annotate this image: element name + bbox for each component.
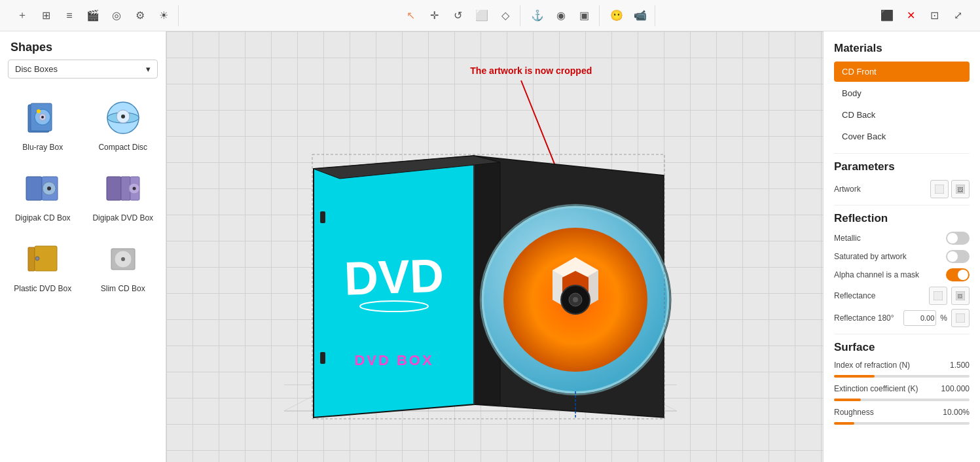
alpha-toggle[interactable] <box>946 268 970 281</box>
slim-cd-icon <box>102 238 144 280</box>
refraction-slider[interactable] <box>834 375 970 378</box>
svg-rect-52 <box>934 291 943 300</box>
light-button[interactable]: ☀ <box>153 5 174 26</box>
svg-rect-19 <box>28 247 35 271</box>
digipak-dvd-icon <box>102 168 144 209</box>
shapes-sidebar: Shapes Disc Boxes ▾ Blu-ray Box <box>0 31 166 462</box>
rotate-tool[interactable]: ↺ <box>448 5 469 26</box>
refraction-row: Index of refraction (N) 1.500 <box>834 361 970 370</box>
svg-rect-14 <box>107 177 121 200</box>
dropdown-label: Disc Boxes <box>15 64 58 74</box>
reflectance-color-box[interactable] <box>929 287 947 305</box>
sidebar-title: Shapes <box>0 31 166 60</box>
alpha-row: Alpha channel is a mask <box>834 268 970 281</box>
svg-point-41 <box>573 297 578 302</box>
shape-digipak-dvd[interactable]: Digipak DVD Box <box>83 160 164 230</box>
svg-rect-55 <box>956 313 965 323</box>
video-tool[interactable]: 📹 <box>630 5 651 26</box>
svg-rect-44 <box>320 211 325 223</box>
grid-button[interactable]: ⊞ <box>35 5 56 26</box>
divider-1 <box>834 153 970 154</box>
dvd-scene: DVD DVD BOX <box>219 84 710 424</box>
svg-text:🖼: 🖼 <box>957 294 962 300</box>
materials-title: Materials <box>834 42 970 55</box>
reflection-title: Reflection <box>834 212 970 225</box>
shape-plastic-dvd[interactable]: Plastic DVD Box <box>3 230 83 301</box>
shape-bluray[interactable]: Blu-ray Box <box>3 89 83 160</box>
artwork-image-box[interactable]: 🖼 <box>951 180 970 198</box>
divider-3 <box>834 334 970 334</box>
scale-tool[interactable]: ⬜ <box>471 5 492 26</box>
shape-slim-cd[interactable]: Slim CD Box <box>83 230 164 301</box>
saturated-toggle[interactable] <box>946 250 970 263</box>
reflectance-image-box[interactable]: 🖼 <box>951 287 970 305</box>
target-button[interactable]: ◎ <box>106 5 127 26</box>
canvas-area[interactable]: The artwork is now cropped <box>166 31 823 462</box>
metallic-row: Metallic <box>834 232 970 245</box>
window-button[interactable]: ⊡ <box>924 5 945 26</box>
compact-icon <box>102 97 144 139</box>
menu-button[interactable]: ≡ <box>59 5 80 26</box>
shape-digipak-cd[interactable]: Digipak CD Box <box>3 160 83 230</box>
roughness-value: 10.00% <box>943 408 970 417</box>
reflectance180-input[interactable] <box>903 310 936 326</box>
material-cover-back[interactable]: Cover Back <box>834 126 970 147</box>
shape-grid: Blu-ray Box Compact Disc <box>0 86 166 304</box>
svg-point-9 <box>121 115 125 118</box>
svg-point-18 <box>132 187 136 190</box>
roughness-row: Roughness 10.00% <box>834 408 970 417</box>
reflectance180-box[interactable] <box>951 309 970 327</box>
shape-compact[interactable]: Compact Disc <box>83 89 164 160</box>
box3d-button[interactable]: ⬛ <box>877 5 898 26</box>
reflectance-label: Reflectance <box>834 291 925 300</box>
scope-tool[interactable]: ◉ <box>551 5 572 26</box>
refraction-value: 1.500 <box>950 361 970 370</box>
svg-rect-45 <box>320 352 325 364</box>
add-button[interactable]: ＋ <box>12 5 33 26</box>
face-tool[interactable]: 😶 <box>606 5 627 26</box>
divider-2 <box>834 205 970 205</box>
right-tools: ⬛ ✕ ⊡ ⤢ <box>873 5 972 26</box>
metallic-toggle[interactable] <box>946 232 970 245</box>
compact-label: Compact Disc <box>98 143 147 152</box>
center-tools-3: 😶 📹 <box>602 5 655 26</box>
plastic-dvd-icon <box>22 238 64 280</box>
svg-rect-49 <box>935 185 944 194</box>
camera-button[interactable]: 🎬 <box>82 5 103 26</box>
saturated-row: Saturated by artwork <box>834 250 970 263</box>
settings-button[interactable]: ⚙ <box>130 5 151 26</box>
refraction-fill <box>834 375 875 378</box>
svg-text:DVD: DVD <box>343 249 445 304</box>
refraction-label: Index of refraction (N) <box>834 361 910 370</box>
nodes-tool[interactable]: ◇ <box>495 5 516 26</box>
artwork-label: Artwork <box>834 185 861 194</box>
main-toolbar: ＋ ⊞ ≡ 🎬 ◎ ⚙ ☀ ↖ ✛ ↺ ⬜ ◇ ⚓ ◉ ▣ 😶 📹 ⬛ ✕ ⊡ … <box>0 0 980 31</box>
material-body[interactable]: Body <box>834 83 970 103</box>
fullscreen-button[interactable]: ⤢ <box>947 5 968 26</box>
surface-title: Surface <box>834 341 970 354</box>
material-cd-front[interactable]: CD Front <box>834 62 970 82</box>
alpha-label: Alpha channel is a mask <box>834 270 919 279</box>
material-cd-back[interactable]: CD Back <box>834 105 970 125</box>
svg-text:DVD BOX: DVD BOX <box>354 352 433 368</box>
extinction-slider[interactable] <box>834 399 970 401</box>
bluray-label: Blu-ray Box <box>22 143 63 152</box>
cursor-tool[interactable]: ↖ <box>401 5 422 26</box>
texture-tool[interactable]: ▣ <box>574 5 595 26</box>
roughness-slider[interactable] <box>834 422 970 425</box>
svg-point-4 <box>41 116 44 118</box>
reflectance180-row: Reflectance 180° % <box>834 309 970 327</box>
svg-point-21 <box>35 257 39 260</box>
move-tool[interactable]: ✛ <box>424 5 445 26</box>
plastic-dvd-label: Plastic DVD Box <box>14 284 71 293</box>
center-tools: ↖ ✛ ↺ ⬜ ◇ <box>397 5 520 26</box>
extinction-row: Extinction coefficient (K) 100.000 <box>834 384 970 393</box>
svg-rect-10 <box>26 177 42 200</box>
metallic-label: Metallic <box>834 234 861 243</box>
reflectance180-unit: % <box>940 313 947 323</box>
main-layout: Shapes Disc Boxes ▾ Blu-ray Box <box>0 31 980 462</box>
close-red-button[interactable]: ✕ <box>900 5 921 26</box>
artwork-color-box[interactable] <box>930 180 949 198</box>
shapes-dropdown[interactable]: Disc Boxes ▾ <box>8 60 158 79</box>
anchor-tool[interactable]: ⚓ <box>527 5 548 26</box>
